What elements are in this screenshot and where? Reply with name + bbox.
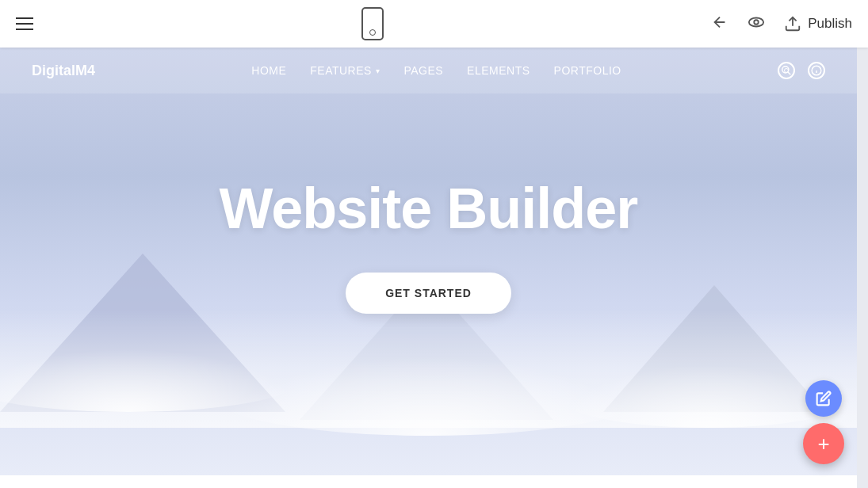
back-button[interactable]	[711, 13, 728, 34]
features-dropdown-icon: ▾	[376, 67, 380, 75]
toolbar: Publish	[0, 0, 868, 48]
fab-add-button[interactable]: +	[803, 423, 844, 464]
toolbar-right: Publish	[711, 13, 852, 34]
nav-pages[interactable]: PAGES	[403, 64, 443, 77]
toolbar-left	[16, 17, 33, 30]
publish-label: Publish	[808, 16, 852, 32]
mobile-preview-button[interactable]	[361, 7, 384, 40]
get-started-button[interactable]: GET STARTED	[346, 273, 511, 314]
toolbar-center	[361, 7, 384, 40]
nav-portfolio[interactable]: PORTFOLIO	[554, 64, 621, 77]
site-navbar: DigitalM4 HOME FEATURES ▾ PAGES ELEMENTS…	[0, 48, 857, 93]
fab-edit-button[interactable]	[805, 380, 842, 417]
nav-features[interactable]: FEATURES ▾	[310, 64, 380, 77]
preview-button[interactable]	[748, 13, 765, 34]
site-nav: HOME FEATURES ▾ PAGES ELEMENTS PORTFOLIO	[251, 64, 621, 77]
hero-content: Website Builder GET STARTED	[220, 177, 638, 313]
site-logo: DigitalM4	[32, 63, 95, 79]
svg-point-3	[782, 67, 789, 73]
website-preview: DigitalM4 HOME FEATURES ▾ PAGES ELEMENTS…	[0, 48, 857, 488]
fab-container: +	[803, 380, 844, 464]
svg-line-4	[788, 72, 791, 75]
publish-button[interactable]: Publish	[784, 15, 852, 32]
hero-section: DigitalM4 HOME FEATURES ▾ PAGES ELEMENTS…	[0, 48, 857, 475]
site-search-button[interactable]	[778, 62, 795, 79]
svg-point-1	[754, 20, 759, 25]
site-info-button[interactable]	[808, 62, 825, 79]
nav-home[interactable]: HOME	[251, 64, 286, 77]
preview-area[interactable]: DigitalM4 HOME FEATURES ▾ PAGES ELEMENTS…	[0, 48, 857, 488]
nav-elements[interactable]: ELEMENTS	[467, 64, 530, 77]
clouds-layer	[0, 309, 857, 428]
svg-point-0	[749, 18, 763, 27]
hamburger-menu-button[interactable]	[16, 17, 33, 30]
hero-title: Website Builder	[220, 177, 638, 240]
site-nav-icons	[778, 62, 825, 79]
